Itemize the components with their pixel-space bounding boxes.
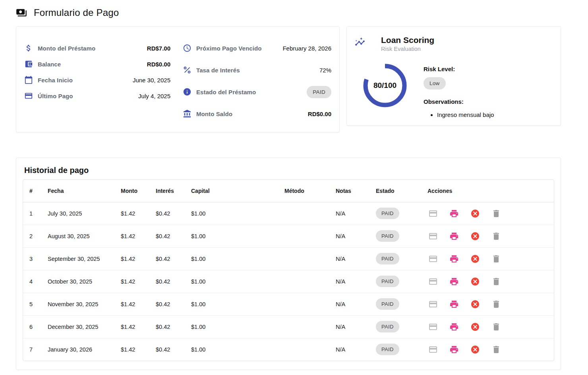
row-capital: $1.00 [185, 247, 278, 270]
payment-card-button[interactable] [428, 254, 438, 264]
row-method [278, 247, 329, 270]
delete-button[interactable] [491, 345, 501, 354]
payment-history-title: Historial de pago [24, 166, 554, 175]
payment-card-button[interactable] [428, 231, 438, 241]
col-estado: Estado [369, 180, 421, 202]
print-button[interactable] [449, 299, 459, 309]
cancel-button[interactable] [470, 254, 480, 264]
cancel-button[interactable] [470, 299, 480, 309]
credit-card-icon [428, 345, 438, 354]
row-interest: $0.42 [149, 270, 185, 293]
row-amount: $1.42 [114, 225, 149, 247]
row-date: August 30, 2025 [41, 225, 114, 247]
print-button[interactable] [449, 231, 459, 241]
balance-amount-value: RD$0.00 [308, 111, 331, 117]
row-number: 6 [23, 315, 41, 338]
payment-history-card: Historial de pago # Fecha Monto Interés … [16, 157, 561, 370]
cancel-button[interactable] [470, 345, 480, 354]
col-acciones: Acciones [421, 180, 554, 202]
row-date: July 30, 2025 [41, 202, 114, 225]
row-interest: $0.42 [149, 247, 185, 270]
print-button[interactable] [449, 345, 459, 354]
delete-button[interactable] [491, 277, 501, 286]
payment-history-body: 1 July 30, 2025 $1.42 $0.42 $1.00 N/A PA… [23, 202, 554, 361]
risk-level-label: Risk Level: [424, 66, 494, 72]
next-payment-row: Próximo Pago Vencido February 28, 2026 [183, 43, 331, 53]
delete-button[interactable] [491, 254, 501, 264]
print-icon [449, 277, 459, 286]
next-payment-value: February 28, 2026 [282, 45, 331, 52]
start-date-row: Fecha Inicio June 30, 2025 [24, 75, 170, 85]
loan-scoring-header: Loan Scoring Risk Evaluation [355, 35, 553, 52]
row-amount: $1.42 [114, 247, 149, 270]
row-capital: $1.00 [185, 293, 278, 315]
payment-card-button[interactable] [428, 299, 438, 309]
row-method [278, 225, 329, 247]
info-icon [183, 87, 191, 96]
delete-button[interactable] [491, 209, 501, 218]
credit-card-icon [428, 254, 438, 264]
row-notes: N/A [329, 270, 369, 293]
loan-details-card: Monto del Préstamo RD$7.00 Balance RD$0.… [16, 26, 340, 132]
insights-icon [355, 37, 365, 47]
delete-icon [491, 209, 501, 218]
delete-button[interactable] [491, 322, 501, 332]
delete-icon [491, 345, 501, 354]
delete-button[interactable] [491, 231, 501, 241]
credit-card-icon [428, 231, 438, 241]
row-amount: $1.42 [114, 270, 149, 293]
print-button[interactable] [449, 277, 459, 286]
interest-rate-row: Tasa de Interés 72% [183, 65, 331, 75]
loan-amount-label: Monto del Préstamo [38, 45, 95, 52]
col-monto: Monto [114, 180, 149, 202]
cancel-button[interactable] [470, 322, 480, 332]
table-row: 7 January 30, 2026 $1.42 $0.42 $1.00 N/A… [23, 338, 554, 361]
cancel-button[interactable] [470, 209, 480, 218]
payment-card-button[interactable] [428, 345, 438, 354]
page-title: Formulario de Pago [34, 7, 119, 18]
row-capital: $1.00 [185, 315, 278, 338]
bank-icon [183, 109, 191, 118]
balance-amount-row: Monto Saldo RD$0.00 [183, 109, 331, 119]
loan-details-left-column: Monto del Préstamo RD$7.00 Balance RD$0.… [24, 43, 170, 132]
row-date: September 30, 2025 [41, 247, 114, 270]
print-icon [449, 322, 459, 332]
credit-card-icon [24, 91, 33, 100]
row-notes: N/A [329, 202, 369, 225]
loan-details-right-column: Próximo Pago Vencido February 28, 2026 T… [183, 43, 331, 132]
payment-card-button[interactable] [428, 322, 438, 332]
payment-card-button[interactable] [428, 209, 438, 218]
table-row: 3 September 30, 2025 $1.42 $0.42 $1.00 N… [23, 247, 554, 270]
payment-form-page: Formulario de Pago Monto del Préstamo RD… [0, 0, 588, 370]
payments-icon [16, 7, 27, 18]
status-badge: PAID [376, 276, 399, 287]
print-icon [449, 345, 459, 354]
row-actions [421, 270, 554, 293]
status-badge: PAID [376, 298, 399, 310]
start-date-label: Fecha Inicio [38, 77, 73, 84]
cancel-icon [470, 322, 480, 332]
credit-card-icon [428, 322, 438, 332]
row-notes: N/A [329, 247, 369, 270]
print-button[interactable] [449, 254, 459, 264]
row-actions [421, 225, 554, 247]
row-date: January 30, 2026 [41, 338, 114, 361]
status-badge: PAID [376, 321, 399, 332]
loan-status-label: Estado del Préstamo [196, 89, 256, 95]
row-method [278, 315, 329, 338]
print-button[interactable] [449, 322, 459, 332]
cancel-button[interactable] [470, 277, 480, 286]
print-button[interactable] [449, 209, 459, 218]
cancel-button[interactable] [470, 231, 480, 241]
row-number: 4 [23, 270, 41, 293]
row-actions [421, 338, 554, 361]
row-date: December 30, 2025 [41, 315, 114, 338]
observation-item: Ingreso mensual bajo [437, 111, 494, 118]
print-icon [449, 209, 459, 218]
payment-card-button[interactable] [428, 277, 438, 286]
balance-label: Balance [38, 61, 61, 68]
row-status: PAID [369, 315, 421, 338]
row-status: PAID [369, 293, 421, 315]
delete-button[interactable] [491, 299, 501, 309]
row-status: PAID [369, 338, 421, 361]
